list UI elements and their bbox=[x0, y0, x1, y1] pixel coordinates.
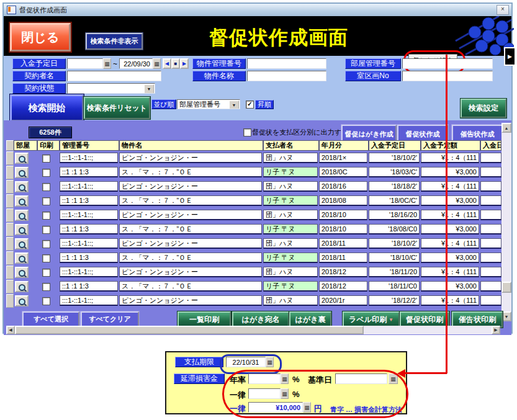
header-next-button[interactable]: ▶ bbox=[504, 47, 516, 66]
calendar-spinner-icon[interactable]: ▦ bbox=[266, 357, 274, 367]
cell-due-date[interactable]: '18/18/2' bbox=[369, 181, 420, 192]
row-print-checkbox[interactable] bbox=[42, 154, 50, 163]
cell-payer-name[interactable]: リ子 〒ヌ bbox=[263, 252, 318, 263]
cell-month[interactable]: 2018/08 bbox=[319, 195, 367, 206]
cell-amount[interactable]: ¥1：4（111 bbox=[421, 295, 479, 306]
close-screen-button[interactable]: 閉じる bbox=[10, 23, 71, 51]
cell-month[interactable]: 2018/12 bbox=[319, 267, 367, 277]
stop-record-button[interactable]: ■ bbox=[171, 58, 180, 69]
window-close-button[interactable]: × bbox=[497, 5, 509, 15]
cell-payer-name[interactable]: リ子 〒ヌ bbox=[263, 224, 318, 235]
cell-mgmt-no[interactable]: ::1 :1 1:3 bbox=[60, 224, 118, 235]
cell-paid-date[interactable] bbox=[480, 252, 501, 263]
prev-record-button[interactable]: ◀ bbox=[163, 58, 171, 69]
row-selector[interactable] bbox=[6, 194, 14, 208]
cell-payer-name[interactable]: 団」ハヌ bbox=[263, 210, 318, 220]
scroll-down-button[interactable]: ▼ bbox=[501, 311, 511, 321]
annual-rate-field[interactable] bbox=[248, 373, 281, 384]
row-detail-button[interactable] bbox=[15, 195, 29, 207]
flat-rate-field[interactable] bbox=[248, 388, 281, 399]
cell-property-name[interactable]: ピンゴ・ンンョジン・ー bbox=[119, 210, 262, 220]
cell-property-name[interactable]: ピンゴ・ンンョジン・ー bbox=[119, 295, 262, 306]
cell-mgmt-no[interactable]: :::1-::1-1::; bbox=[60, 181, 118, 192]
row-detail-button[interactable] bbox=[15, 238, 29, 249]
row-selector[interactable] bbox=[6, 280, 14, 293]
row-print-checkbox[interactable] bbox=[42, 240, 50, 248]
row-selector[interactable] bbox=[6, 237, 14, 251]
row-print-checkbox[interactable] bbox=[42, 254, 50, 262]
cell-due-date[interactable]: '18/16/20 bbox=[369, 210, 420, 220]
cell-amount[interactable]: ¥1：4（111 bbox=[421, 181, 479, 192]
row-selector[interactable] bbox=[6, 180, 14, 194]
calculator-spinner-icon[interactable]: ▦ bbox=[281, 388, 289, 399]
cell-paid-date[interactable] bbox=[480, 181, 501, 192]
cell-paid-date[interactable] bbox=[480, 281, 501, 292]
row-selector[interactable] bbox=[6, 223, 14, 236]
cell-month[interactable]: 2018/1× bbox=[319, 153, 367, 163]
row-detail-button[interactable] bbox=[15, 295, 29, 306]
cell-due-date[interactable]: '18/10/C' bbox=[369, 252, 420, 263]
cell-month[interactable]: 2020/1r bbox=[319, 295, 367, 306]
room-section-no-field[interactable] bbox=[402, 71, 493, 81]
cell-payer-name[interactable]: リ子 〒ヌ bbox=[263, 281, 318, 292]
scroll-up-button[interactable]: ▲ bbox=[501, 123, 511, 133]
cell-month[interactable]: 2018/16 bbox=[319, 181, 367, 192]
cell-mgmt-no[interactable]: ::1 :1 1:3 bbox=[60, 281, 118, 292]
calendar-spinner-icon[interactable]: ▦ bbox=[389, 373, 398, 384]
split-output-checkbox[interactable] bbox=[243, 128, 251, 136]
vertical-scroll-thumb[interactable] bbox=[501, 282, 511, 293]
next-record-button[interactable]: ▶ bbox=[180, 58, 189, 69]
row-selector[interactable] bbox=[6, 266, 14, 279]
cell-amount[interactable]: ¥1：4（111 bbox=[421, 210, 479, 220]
ascending-checkbox[interactable]: ✓ bbox=[246, 101, 254, 109]
row-detail-button[interactable] bbox=[15, 181, 29, 192]
cell-payer-name[interactable]: 団」ハヌ bbox=[263, 181, 318, 192]
cell-month[interactable]: 2018/10 bbox=[319, 210, 367, 220]
cell-amount[interactable]: ¥3,000 bbox=[421, 167, 479, 177]
payment-deadline-field[interactable]: 22/10/31 bbox=[226, 357, 266, 367]
cell-paid-date[interactable] bbox=[480, 210, 501, 220]
cell-due-date[interactable]: '18/0C/C' bbox=[369, 195, 420, 206]
cell-property-name[interactable]: ピンゴ・ンンョジン・ー bbox=[119, 267, 262, 277]
cell-month[interactable]: 2018/11 bbox=[319, 252, 367, 263]
cell-paid-date[interactable] bbox=[480, 167, 501, 177]
row-detail-button[interactable] bbox=[15, 224, 29, 235]
row-detail-button[interactable] bbox=[15, 267, 29, 278]
cell-month[interactable]: 2018/10 bbox=[319, 224, 367, 235]
cell-payer-name[interactable]: リ子 〒ヌ bbox=[263, 195, 318, 206]
search-start-button[interactable]: 検索開始 bbox=[10, 94, 84, 122]
cell-property-name[interactable]: ピンゴ・ンンョジン・ー bbox=[119, 238, 262, 249]
cell-month[interactable]: 2018/0C bbox=[319, 167, 367, 177]
payment-date-to-field[interactable]: 22/09/30 bbox=[119, 58, 153, 69]
calendar-spinner-icon[interactable]: ▦ bbox=[153, 58, 161, 69]
cell-due-date[interactable]: '18/10/2' bbox=[369, 153, 420, 163]
base-date-field[interactable] bbox=[335, 373, 387, 384]
row-detail-button[interactable] bbox=[15, 210, 29, 221]
property-mgmt-no-field[interactable] bbox=[247, 58, 326, 69]
horizontal-scroll-thumb[interactable] bbox=[15, 326, 364, 334]
flat-amount-field[interactable]: ¥10,000 bbox=[248, 402, 303, 413]
row-print-checkbox[interactable] bbox=[42, 269, 50, 277]
search-settings-button[interactable]: 検索設定 bbox=[461, 99, 506, 118]
cell-mgmt-no[interactable]: :::1-::1-1::; bbox=[60, 153, 118, 163]
cell-payer-name[interactable]: 団」ハヌ bbox=[263, 238, 318, 249]
row-selector[interactable] bbox=[6, 151, 14, 165]
cell-mgmt-no[interactable]: :::1-::1-1::; bbox=[60, 238, 118, 249]
row-selector[interactable] bbox=[6, 251, 14, 265]
calendar-spinner-icon[interactable]: ▦ bbox=[103, 58, 111, 69]
cell-amount[interactable]: ¥3,000 bbox=[421, 281, 479, 292]
row-print-checkbox[interactable] bbox=[42, 283, 50, 291]
row-print-checkbox[interactable] bbox=[42, 197, 50, 205]
cell-mgmt-no[interactable]: :::1-::1-1::; bbox=[60, 210, 118, 220]
cell-amount[interactable]: ¥1：4（111 bbox=[421, 267, 479, 277]
cell-property-name[interactable]: ピンゴ・ンンョジン・ー bbox=[119, 181, 262, 192]
cell-mgmt-no[interactable]: ::1 :1 1:3 bbox=[60, 195, 118, 206]
chevron-down-icon[interactable]: ▼ bbox=[144, 84, 154, 94]
cell-amount[interactable]: ¥1：4（111 bbox=[421, 238, 479, 249]
row-detail-button[interactable] bbox=[15, 281, 29, 292]
cell-paid-date[interactable] bbox=[480, 153, 501, 163]
search-reset-button[interactable]: 検索条件リセット bbox=[84, 97, 150, 119]
cell-month[interactable]: 2018/12 bbox=[319, 281, 367, 292]
sort-order-dropdown[interactable]: 部屋管理番号 ▼ bbox=[177, 99, 240, 109]
contract-status-dropdown[interactable]: ▼ bbox=[67, 83, 155, 94]
